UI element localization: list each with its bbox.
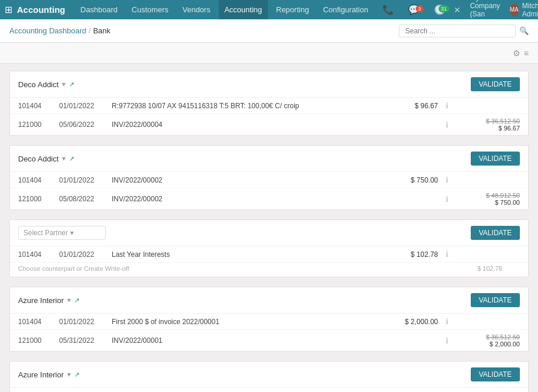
validate-btn-1[interactable]: VALIDATE — [471, 77, 520, 91]
nav-dashboard[interactable]: Dashboard — [75, 0, 124, 19]
counterpart-balance-3: $ 102.78 — [477, 265, 502, 272]
date-1-1: 01/01/2022 — [59, 102, 112, 110]
nav-reporting[interactable]: Reporting — [270, 0, 315, 19]
date-4-1: 01/01/2022 — [59, 318, 112, 326]
validate-btn-5[interactable]: VALIDATE — [471, 367, 520, 381]
counterpart-row-3: Choose counterpart or Create Write-off $… — [10, 263, 528, 277]
partner-dropdown-1[interactable]: ▾ — [62, 80, 65, 88]
user-name: Mitchell Admin — [522, 2, 538, 18]
search-icon[interactable]: 🔍 — [519, 26, 529, 35]
balance-current-2-2: $ 750.00 — [495, 199, 520, 206]
desc-1-2: INV/2022/00004 — [112, 121, 385, 129]
validate-btn-3[interactable]: VALIDATE — [471, 226, 520, 240]
account-1-1: 101404 — [18, 102, 59, 110]
search-area: 🔍 — [399, 25, 529, 37]
main-content: Deco Addict ▾ ↗ VALIDATE 101404 01/01/20… — [0, 64, 538, 392]
info-icon-1-2[interactable]: ℹ — [438, 121, 456, 129]
user-avatar: MA — [510, 4, 519, 16]
balance-strikethrough-1-2: $ 36,512.50 — [486, 118, 520, 125]
account-1-2: 121000 — [18, 121, 59, 129]
breadcrumb-separator: / — [89, 26, 91, 35]
app-name: Accounting — [17, 5, 65, 15]
info-icon-3-1[interactable]: ℹ — [438, 250, 456, 259]
breadcrumb: Accounting Dashboard / Bank — [9, 26, 111, 35]
partner-link-5[interactable]: ↗ — [74, 371, 80, 379]
activity-badge: 31 — [439, 5, 449, 12]
counterpart-text-3[interactable]: Choose counterpart or Create Write-off — [18, 265, 477, 272]
partner-name-2: Deco Addict — [18, 154, 58, 163]
validate-btn-4[interactable]: VALIDATE — [471, 293, 520, 307]
info-icon-4-1[interactable]: ℹ — [438, 317, 456, 326]
partner-name-5: Azure Interior — [18, 370, 64, 379]
close-icon[interactable]: ✕ — [451, 5, 463, 15]
chat-icon[interactable]: 💬 3 — [405, 4, 423, 15]
card-header-3: Select Partner ▾ VALIDATE — [10, 220, 528, 246]
date-2-1: 01/01/2022 — [59, 176, 112, 184]
card-2: Deco Addict ▾ ↗ VALIDATE 101404 01/01/20… — [9, 145, 529, 210]
date-3-1: 01/01/2022 — [59, 250, 112, 259]
amount-4-1: $ 2,000.00 — [385, 318, 438, 326]
card-4: Azure Interior ▾ ↗ VALIDATE 101404 01/01… — [9, 287, 529, 352]
card-3: Select Partner ▾ VALIDATE 101404 01/01/2… — [9, 219, 529, 277]
balance-1-2: $ 36,512.50 $ 96.67 — [456, 118, 520, 132]
entry-row-2-1: 101404 01/01/2022 INV/2022/00002 $ 750.0… — [10, 172, 528, 188]
breadcrumb-bar: Accounting Dashboard / Bank 🔍 — [0, 19, 538, 43]
toolbar: ⚙ ≡ — [0, 43, 538, 64]
search-input[interactable] — [399, 25, 516, 37]
toolbar-icon-2[interactable]: ≡ — [524, 49, 529, 58]
entry-row-3-1: 101404 01/01/2022 Last Year Interests $ … — [10, 246, 528, 263]
validate-btn-2[interactable]: VALIDATE — [471, 152, 520, 166]
info-icon-2-2[interactable]: ℹ — [438, 195, 456, 204]
account-4-2: 121000 — [18, 336, 59, 345]
info-icon-1-1[interactable]: ℹ — [438, 101, 456, 110]
amount-3-1: $ 102.78 — [385, 250, 438, 259]
nav-configuration[interactable]: Configuration — [317, 0, 374, 19]
balance-4-2: $ 36,512.50 $ 2,000.00 — [456, 333, 520, 348]
date-1-2: 05/06/2022 — [59, 121, 112, 129]
user-menu[interactable]: MA Mitchell Admin — [510, 2, 538, 18]
balance-strikethrough-2-2: $ 48,012.50 — [486, 192, 520, 199]
date-4-2: 05/31/2022 — [59, 336, 112, 345]
info-icon-2-1[interactable]: ℹ — [438, 176, 456, 184]
partner-dropdown-2[interactable]: ▾ — [62, 154, 65, 163]
balance-current-4-2: $ 2,000.00 — [489, 341, 520, 348]
account-4-1: 101404 — [18, 318, 59, 326]
partner-link-4[interactable]: ↗ — [74, 297, 80, 304]
entry-row-5-1: 101404 01/01/2022 Prepayment $ 650.00 ℹ — [10, 388, 528, 392]
toolbar-right: ⚙ ≡ — [513, 49, 529, 58]
card-1: Deco Addict ▾ ↗ VALIDATE 101404 01/01/20… — [9, 71, 529, 136]
desc-1-1: R:9772938 10/07 AX 9415116318 T:5 BRT: 1… — [112, 102, 385, 110]
account-2-1: 101404 — [18, 176, 59, 184]
partner-link-2[interactable]: ↗ — [69, 155, 74, 163]
entry-row-4-1: 101404 01/01/2022 First 2000 $ of invoic… — [10, 314, 528, 330]
desc-2-1: INV/2022/00002 — [112, 176, 385, 184]
entry-row-1-2: 121000 05/06/2022 INV/2022/00004 ℹ $ 36,… — [10, 114, 528, 135]
partner-name-4: Azure Interior — [18, 296, 64, 305]
balance-current-1-2: $ 96.67 — [498, 125, 520, 132]
info-icon-4-2[interactable]: ℹ — [438, 336, 456, 345]
card-5: Azure Interior ▾ ↗ VALIDATE 101404 01/01… — [9, 361, 529, 392]
balance-strikethrough-4-2: $ 36,512.50 — [486, 333, 520, 341]
nav-vendors[interactable]: Vendors — [177, 0, 216, 19]
partner-dropdown-4[interactable]: ▾ — [67, 296, 71, 304]
chat-badge: 3 — [416, 5, 423, 12]
nav-customers[interactable]: Customers — [126, 0, 174, 19]
card-header-2: Deco Addict ▾ ↗ VALIDATE — [10, 146, 528, 172]
toolbar-icon-1[interactable]: ⚙ — [513, 49, 520, 58]
nav-accounting[interactable]: Accounting — [219, 0, 268, 19]
card-header-4: Azure Interior ▾ ↗ VALIDATE — [10, 287, 528, 314]
company-name[interactable]: My Company (San Francisco) — [465, 0, 508, 26]
amount-2-1: $ 750.00 — [385, 176, 438, 184]
phone-icon[interactable]: 📞 — [379, 4, 398, 15]
entry-row-1-1: 101404 01/01/2022 R:9772938 10/07 AX 941… — [10, 98, 528, 114]
desc-2-2: INV/2022/00002 — [112, 195, 385, 203]
account-3-1: 101404 — [18, 250, 59, 259]
select-partner-3[interactable]: Select Partner ▾ — [18, 226, 106, 240]
breadcrumb-parent[interactable]: Accounting Dashboard — [9, 26, 87, 35]
activity-icon[interactable]: 🕐 31 — [430, 4, 449, 15]
grid-icon[interactable]: ⊞ — [5, 4, 12, 15]
entry-row-4-2: 121000 05/31/2022 INV/2022/00001 ℹ $ 36,… — [10, 330, 528, 351]
partner-dropdown-5[interactable]: ▾ — [67, 370, 71, 379]
partner-link-1[interactable]: ↗ — [69, 81, 74, 88]
top-nav: ⊞ Accounting Dashboard Customers Vendors… — [0, 0, 538, 19]
